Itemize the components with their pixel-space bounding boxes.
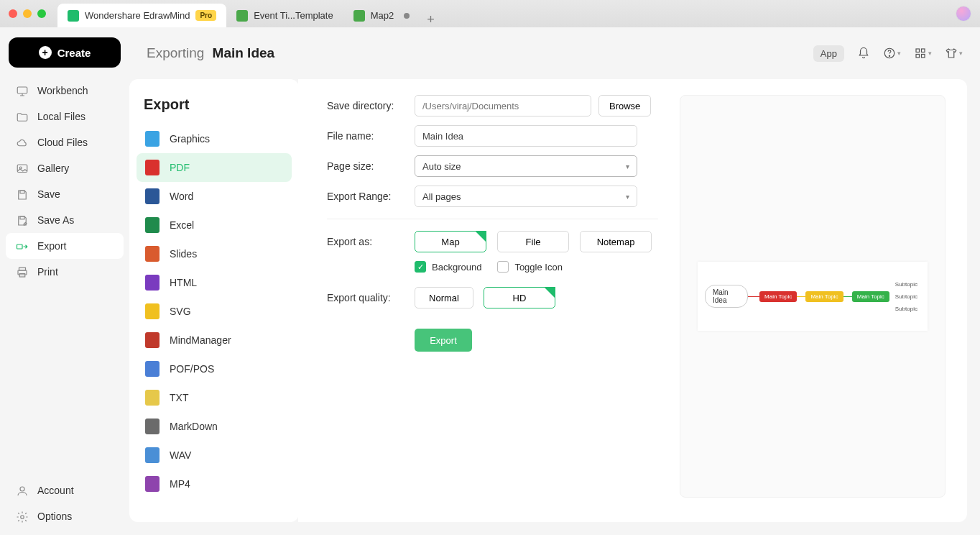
titlebar: Wondershare EdrawMind Pro Event Ti...Tem… (0, 0, 980, 27)
export-range-select[interactable]: All pages▾ (415, 186, 637, 207)
minimize-window-icon[interactable] (23, 9, 32, 18)
format-item-pof-pos[interactable]: POF/POS (137, 355, 292, 383)
sidebar: + Create Workbench Local Files Cloud Fil… (0, 27, 129, 535)
format-item-svg[interactable]: SVG (137, 297, 292, 326)
sidebar-item-label: Workbench (37, 85, 88, 96)
svg-rect-3 (20, 191, 24, 193)
format-item-html[interactable]: HTML (137, 268, 292, 297)
sidebar-item-cloud-files[interactable]: Cloud Files (6, 129, 124, 155)
unsaved-indicator-icon (404, 13, 410, 19)
format-item-markdown[interactable]: MarkDown (137, 412, 292, 441)
format-item-mp4[interactable]: MP4 (137, 470, 292, 498)
document-icon (353, 10, 365, 22)
format-item-pdf[interactable]: PDF (137, 153, 292, 182)
tab-template[interactable]: Event Ti...Template (226, 4, 343, 27)
format-label: TXT (170, 392, 188, 403)
format-label: HTML (170, 277, 197, 288)
page-size-select[interactable]: Auto size▾ (415, 155, 637, 177)
quality-hd-button[interactable]: HD (484, 287, 555, 308)
mindmap-preview: Main Idea Main Topic Main Topic Main Top… (698, 262, 928, 331)
bell-icon[interactable] (857, 47, 870, 60)
save-dir-input[interactable] (415, 95, 591, 116)
pdf-file-icon (145, 160, 160, 175)
local-files-icon (16, 111, 29, 122)
format-label: SVG (170, 306, 191, 317)
shirt-icon[interactable]: ▾ (945, 47, 963, 60)
format-label: Slides (170, 248, 197, 260)
svg-point-10 (21, 516, 24, 519)
sidebar-item-save[interactable]: Save (6, 181, 124, 207)
options-icon (16, 511, 29, 522)
svg-rect-16 (922, 55, 925, 58)
mindmanager-file-icon (145, 332, 160, 348)
sidebar-item-options[interactable]: Options (6, 503, 124, 529)
sidebar-item-label: Save As (37, 214, 74, 226)
maximize-window-icon[interactable] (37, 9, 46, 18)
tab-map2[interactable]: Map2 (343, 4, 420, 27)
help-icon[interactable]: ▾ (883, 47, 901, 60)
sidebar-item-print[interactable]: Print (6, 259, 124, 285)
format-label: POF/POS (170, 363, 214, 375)
document-tabs: Wondershare EdrawMind Pro Event Ti...Tem… (57, 0, 435, 27)
sidebar-item-save-as[interactable]: Save As (6, 207, 124, 233)
account-icon (16, 485, 29, 496)
format-item-txt[interactable]: TXT (137, 383, 292, 412)
save-icon (16, 188, 29, 200)
format-item-slides[interactable]: Slides (137, 239, 292, 268)
export-format-panel: Export Graphics PDF Word Excel Slides HT… (129, 79, 299, 522)
close-window-icon[interactable] (9, 9, 17, 18)
format-label: Excel (170, 219, 194, 231)
export-button[interactable]: Export (415, 329, 472, 352)
export-icon (16, 240, 29, 252)
sidebar-item-account[interactable]: Account (6, 477, 124, 503)
excel-file-icon (145, 217, 160, 233)
format-label: Word (170, 191, 193, 202)
print-icon (16, 266, 29, 278)
create-label: Create (57, 47, 91, 59)
sidebar-item-label: Cloud Files (37, 137, 88, 148)
file-name-input[interactable] (415, 125, 637, 147)
tab-label: Event Ti...Template (254, 10, 333, 21)
svg-rect-13 (916, 49, 920, 52)
sidebar-item-label: Export (37, 240, 66, 252)
format-item-wav[interactable]: WAV (137, 441, 292, 470)
export-range-label: Export Range: (327, 191, 415, 202)
profile-avatar[interactable] (956, 6, 971, 22)
export-preview: Main Idea Main Topic Main Topic Main Top… (680, 95, 946, 498)
format-item-graphics[interactable]: Graphics (137, 124, 292, 153)
format-item-excel[interactable]: Excel (137, 211, 292, 239)
format-label: MP4 (170, 478, 190, 490)
browse-button[interactable]: Browse (598, 95, 651, 116)
format-item-word[interactable]: Word (137, 182, 292, 211)
create-button[interactable]: + Create (9, 37, 121, 68)
new-tab-button[interactable]: + (427, 12, 435, 27)
page-title: Exporting Main Idea (147, 45, 274, 61)
svg-rect-0 (17, 87, 27, 93)
preview-node: Main Topic (805, 291, 843, 302)
pro-badge: Pro (195, 10, 216, 21)
grid-icon[interactable]: ▾ (914, 47, 932, 60)
svg-rect-4 (20, 216, 24, 219)
graphics-file-icon (145, 131, 160, 147)
tab-label: Map2 (371, 10, 394, 21)
background-checkbox[interactable]: ✓Background (415, 261, 481, 273)
tab-label: Wondershare EdrawMind (85, 10, 190, 21)
tab-edrawmind[interactable]: Wondershare EdrawMind Pro (57, 4, 226, 27)
sidebar-item-export[interactable]: Export (6, 233, 124, 259)
export-as-label: Export as: (327, 236, 415, 247)
preview-node: Main Topic (852, 291, 889, 302)
sidebar-item-workbench[interactable]: Workbench (6, 78, 124, 104)
export-as-notemap-button[interactable]: Notemap (580, 231, 652, 252)
sidebar-item-gallery[interactable]: Gallery (6, 155, 124, 181)
app-button[interactable]: App (813, 45, 844, 62)
format-item-mindmanager[interactable]: MindManager (137, 326, 292, 355)
export-as-file-button[interactable]: File (497, 231, 569, 252)
slides-file-icon (145, 246, 160, 262)
svg-rect-15 (916, 55, 920, 58)
quality-normal-button[interactable]: Normal (415, 287, 473, 308)
export-as-map-button[interactable]: Map (415, 231, 486, 252)
toggle-icon-checkbox[interactable]: Toggle Icon (497, 261, 563, 273)
save-as-icon (16, 214, 29, 226)
sidebar-item-local-files[interactable]: Local Files (6, 104, 124, 129)
export-title: Export (144, 96, 292, 113)
